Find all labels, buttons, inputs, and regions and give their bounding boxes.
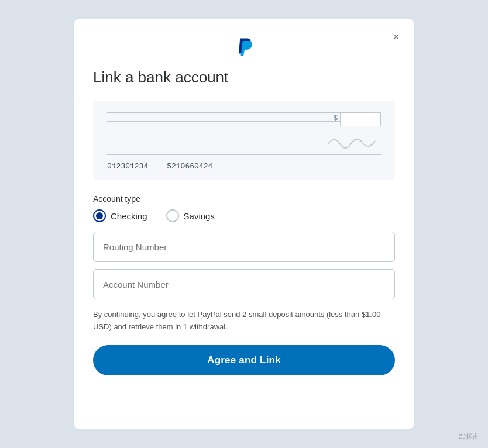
check-illustration: $ 012301234 5210660424 <box>93 101 395 180</box>
savings-option[interactable]: Savings <box>166 209 215 222</box>
checking-radio-inner <box>96 212 103 219</box>
check-line-3 <box>107 154 381 155</box>
check-signature-area <box>107 129 381 150</box>
checking-radio-outer[interactable] <box>93 209 106 222</box>
routing-number-display: 012301234 <box>107 162 148 171</box>
check-dollar-sign: $ <box>334 113 338 122</box>
savings-radio-outer[interactable] <box>166 209 179 222</box>
account-number-input[interactable] <box>93 269 395 299</box>
disclaimer-text: By continuing, you agree to let PayPal s… <box>93 309 395 333</box>
account-type-label: Account type <box>93 194 395 204</box>
account-type-section: Account type Checking Savings <box>93 194 395 222</box>
close-button[interactable]: × <box>388 29 404 45</box>
modal-overlay: × Link a bank account $ <box>0 0 488 448</box>
agree-and-link-button[interactable]: Agree and Link <box>93 345 395 375</box>
paypal-logo <box>233 36 255 59</box>
radio-group: Checking Savings <box>93 209 395 222</box>
account-number-display: 5210660424 <box>167 162 212 171</box>
routing-number-input[interactable] <box>93 232 395 262</box>
check-numbers: 012301234 5210660424 <box>107 162 381 171</box>
checking-label: Checking <box>111 211 147 221</box>
savings-label: Savings <box>184 211 215 221</box>
check-amount-box <box>340 112 381 126</box>
modal-title: Link a bank account <box>93 68 395 87</box>
modal-container: × Link a bank account $ <box>74 19 414 429</box>
watermark: ZJ择古 <box>459 432 479 441</box>
checking-option[interactable]: Checking <box>93 209 147 222</box>
